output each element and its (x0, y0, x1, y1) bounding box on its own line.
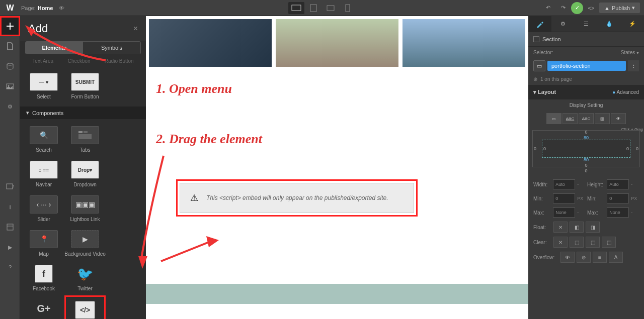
submit-icon: SUBMIT (71, 73, 99, 91)
select-element[interactable]: — ▾ Select (23, 69, 64, 103)
lightning-tab-icon[interactable]: ⚡ (621, 16, 644, 32)
warning-icon: ⚠ (190, 192, 198, 203)
style-panel: Section Selector: States ▾ ▭ portfolio-s… (528, 32, 644, 319)
float-left-button[interactable]: ◧ (570, 222, 584, 233)
spacing-box-model[interactable]: Click + Drag 0 0 0 0 80 80 0 0 0 (528, 126, 644, 177)
right-panel-tabs: ⚙ ☰ 💧 ⚡ (528, 16, 644, 32)
max-height-input[interactable] (607, 207, 629, 218)
svg-rect-8 (7, 224, 13, 230)
clear-none-button[interactable]: ✕ (553, 237, 568, 248)
embed-notice-text: This <script> embed will only appear on … (206, 194, 388, 201)
float-none-button[interactable]: ✕ (553, 222, 568, 233)
bg-video-icon: ▶ (71, 230, 99, 248)
close-icon[interactable]: × (133, 24, 138, 33)
settings-icon[interactable]: ⚙ (0, 96, 20, 117)
height-input[interactable] (607, 179, 629, 189)
display-inline-button[interactable]: ABC (579, 113, 594, 124)
webflow-logo[interactable]: W (4, 2, 16, 14)
portfolio-image[interactable] (149, 19, 272, 67)
design-canvas[interactable]: 1. Open menu 2. Drag the element ⚠ This … (146, 16, 528, 319)
search-icon: 🔍 (30, 126, 58, 144)
bg-video-element[interactable]: ▶Background Video (64, 226, 106, 261)
publish-button[interactable]: ▲Publish▾ (599, 3, 640, 13)
components-section-header[interactable]: ▾ Components (20, 107, 146, 119)
add-elements-button[interactable] (0, 16, 20, 36)
display-flex-button[interactable]: ▥ (595, 113, 610, 124)
overflow-auto-button[interactable]: A (609, 252, 623, 263)
tabs-icon (71, 126, 99, 144)
preview-icon[interactable]: 👁 (59, 5, 64, 11)
width-input[interactable] (553, 179, 575, 189)
left-rail: ⚙ ⫴ ▶ ? (0, 16, 20, 319)
twitter-icon: 🐦 (71, 265, 99, 283)
tablet-landscape-button[interactable] (323, 2, 339, 14)
layout-section-header[interactable]: ▾ Layout ● Advanced (528, 85, 644, 99)
states-dropdown[interactable]: States ▾ (621, 50, 639, 55)
symbols-tab[interactable]: Symbols (83, 42, 140, 54)
code-export-button[interactable]: <> (584, 2, 598, 14)
annotation-step2: 2. Drag the element (156, 132, 262, 147)
display-none-button[interactable]: 👁 (611, 113, 626, 124)
undo-button[interactable]: ↶ (541, 2, 555, 14)
display-block-button[interactable]: ▭ (546, 113, 561, 124)
svg-point-4 (7, 63, 13, 65)
selector-menu-icon[interactable]: ⋮ (628, 60, 639, 71)
slider-element[interactable]: ‹ ··· ›Slider (23, 191, 64, 226)
settings-tab-icon[interactable]: ⚙ (551, 16, 575, 32)
section-checkbox[interactable] (533, 36, 539, 42)
embed-placeholder[interactable]: ⚠ This <script> embed will only appear o… (180, 183, 414, 213)
interactions-tab-icon[interactable]: 💧 (598, 16, 621, 32)
facebook-element[interactable]: fFacebook (23, 261, 64, 295)
section-divider (146, 284, 528, 304)
dropdown-element[interactable]: Drop ▾Dropdown (64, 157, 106, 191)
redo-button[interactable]: ↷ (556, 2, 570, 14)
twitter-element[interactable]: 🐦Twitter (64, 261, 106, 295)
desktop-device-button[interactable] (288, 2, 304, 14)
embed-element[interactable]: </>Embed (64, 295, 106, 319)
portfolio-image[interactable] (403, 19, 525, 67)
lightbox-element[interactable]: ▣▣▣Lightbox Link (64, 191, 106, 226)
structure-icon[interactable] (0, 217, 20, 237)
search-element[interactable]: 🔍Search (23, 122, 64, 157)
help-icon[interactable]: ? (0, 257, 20, 277)
clear-right-button[interactable]: ⬚ (586, 237, 600, 248)
display-inline-block-button[interactable]: ABC (562, 113, 578, 124)
min-height-input[interactable] (607, 193, 629, 203)
max-width-input[interactable] (553, 207, 575, 218)
navigator-icon[interactable] (0, 177, 20, 197)
portfolio-image[interactable] (276, 19, 398, 67)
audit-icon[interactable]: ⫴ (0, 197, 20, 217)
svg-rect-3 (346, 5, 350, 12)
add-panel: Add × Elements Symbols Text Area Checkbo… (20, 16, 146, 319)
cms-icon[interactable] (0, 56, 20, 76)
video-icon[interactable]: ▶ (0, 237, 20, 257)
on-page-indicator: ⊕ 1 on this page (528, 73, 644, 85)
clear-both-button[interactable]: ⬚ (602, 237, 616, 248)
facebook-icon: f (35, 265, 53, 283)
tabs-element[interactable]: Tabs (64, 122, 106, 157)
svg-rect-7 (7, 184, 13, 189)
assets-icon[interactable] (0, 76, 20, 96)
clear-left-button[interactable]: ⬚ (570, 237, 584, 248)
navbar-element[interactable]: ⌂ ≡≡Navbar (23, 157, 64, 191)
elements-tab[interactable]: Elements (26, 42, 83, 54)
tablet-device-button[interactable] (305, 2, 321, 14)
googleplus-element[interactable]: G+Google+ (23, 295, 64, 319)
overflow-hidden-button[interactable]: ⊘ (577, 252, 591, 263)
map-element[interactable]: 📍Map (23, 226, 64, 261)
selector-device-icon[interactable]: ▭ (533, 60, 545, 71)
overflow-visible-button[interactable]: 👁 (560, 252, 575, 263)
style-tab-icon[interactable] (528, 16, 551, 32)
overflow-scroll-button[interactable]: ≡ (593, 252, 607, 263)
selector-class-chip[interactable]: portfolio-section (547, 61, 626, 71)
style-manager-tab-icon[interactable]: ☰ (575, 16, 598, 32)
svg-rect-11 (84, 131, 88, 133)
form-button-element[interactable]: SUBMIT Form Button (64, 69, 106, 103)
page-label: Page: (21, 5, 36, 11)
save-check-button[interactable]: ✓ (571, 2, 583, 14)
page-name[interactable]: Home (38, 5, 53, 11)
mobile-device-button[interactable] (340, 2, 356, 14)
pages-icon[interactable] (0, 36, 20, 56)
min-width-input[interactable] (553, 193, 575, 203)
float-right-button[interactable]: ◨ (586, 222, 600, 233)
